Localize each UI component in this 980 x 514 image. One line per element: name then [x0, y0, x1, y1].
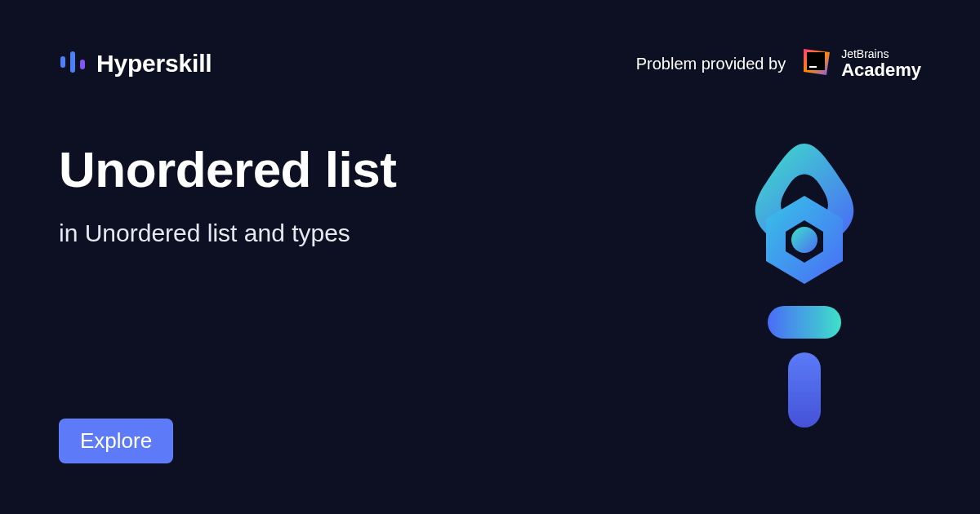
provided-by-label: Problem provided by [636, 55, 786, 73]
svg-rect-1 [70, 51, 75, 73]
brand-name: Hyperskill [96, 50, 212, 78]
svg-rect-0 [60, 56, 65, 68]
svg-point-6 [791, 227, 817, 253]
partner-line2: Academy [841, 60, 921, 79]
jetbrains-logo-icon [800, 46, 833, 82]
svg-rect-7 [768, 306, 841, 339]
svg-rect-2 [80, 60, 85, 69]
partner-brand: JetBrains Academy [800, 46, 921, 82]
mascot-icon [719, 139, 890, 432]
hyperskill-logo-icon [59, 48, 87, 79]
brand-left: Hyperskill [59, 48, 212, 79]
partner-text: JetBrains Academy [841, 48, 921, 79]
svg-rect-8 [788, 352, 821, 428]
header: Hyperskill Problem provided by [0, 0, 980, 82]
brand-right: Problem provided by Je [636, 46, 921, 82]
explore-button[interactable]: Explore [59, 419, 173, 463]
partner-line1: JetBrains [841, 48, 921, 60]
svg-rect-5 [809, 66, 817, 68]
